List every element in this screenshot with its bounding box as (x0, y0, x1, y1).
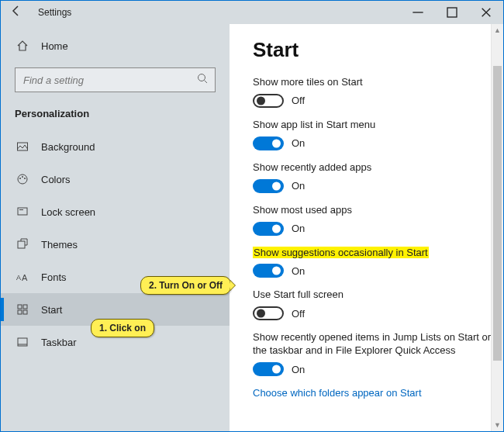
svg-rect-15 (23, 305, 27, 309)
fonts-icon: AA (15, 271, 30, 283)
nav-item-colors[interactable]: Colors (1, 163, 230, 195)
palette-icon (15, 173, 30, 185)
maximize-button[interactable] (435, 1, 469, 24)
nav-item-label: Colors (41, 174, 71, 185)
close-button[interactable] (469, 1, 503, 24)
toggle-state-label: On (292, 180, 305, 192)
app-title: Settings (38, 7, 71, 18)
picture-icon (15, 140, 30, 153)
nav-item-themes[interactable]: Themes (1, 228, 230, 261)
setting-row: Show recently opened items in Jump Lists… (253, 331, 499, 376)
section-label: Personalization (1, 103, 230, 130)
scroll-thumb[interactable] (493, 66, 502, 361)
arrow-left-icon (10, 5, 22, 17)
annotation-step1: 1. Click on (91, 319, 154, 337)
search-box[interactable] (15, 67, 216, 92)
setting-row: Use Start full screenOff (253, 289, 499, 320)
minimize-icon (412, 6, 424, 19)
toggle-state-label: Off (292, 95, 305, 106)
svg-rect-10 (19, 209, 23, 210)
back-button[interactable] (1, 5, 32, 20)
setting-label: Use Start full screen (253, 289, 499, 302)
toggle-state-label: On (292, 137, 305, 149)
nav-home[interactable]: Home (1, 32, 230, 60)
scrollbar[interactable]: ▲ ▼ (491, 24, 503, 431)
nav-item-label: Background (41, 141, 95, 153)
search-icon (196, 72, 210, 88)
setting-row: Show app list in Start menuOn (253, 119, 499, 150)
svg-point-2 (198, 74, 205, 81)
svg-rect-9 (18, 208, 27, 215)
setting-row: Show most used appsOn (253, 204, 499, 236)
setting-row: Show recently added appsOn (253, 161, 499, 193)
search-input[interactable] (22, 74, 196, 87)
close-icon (480, 6, 492, 19)
nav-item-label: Taskbar (41, 337, 77, 348)
annotation-step2: 2. Turn On or Off (140, 276, 231, 295)
maximize-icon (446, 6, 458, 19)
setting-row: Show suggestions occasionally in StartOn (253, 247, 499, 278)
footer-link[interactable]: Choose which folders appear on Start (253, 387, 499, 399)
nav-item-label: Fonts (41, 271, 67, 283)
start-icon (15, 303, 30, 316)
nav-item-background[interactable]: Background (1, 130, 230, 163)
setting-label: Show recently added apps (253, 161, 499, 175)
setting-label: Show recently opened items in Jump Lists… (253, 331, 499, 358)
toggle-switch[interactable] (253, 94, 284, 108)
toggle-switch[interactable] (253, 222, 284, 236)
scroll-down-icon[interactable]: ▼ (492, 419, 503, 431)
home-icon (15, 40, 30, 52)
svg-line-3 (205, 81, 208, 84)
svg-point-6 (19, 178, 21, 179)
nav-item-label: Lock screen (41, 206, 95, 218)
setting-label: Show suggestions occasionally in Start (253, 247, 499, 260)
minimize-button[interactable] (401, 1, 435, 24)
svg-rect-16 (18, 310, 22, 314)
toggle-switch[interactable] (253, 264, 284, 278)
toggle-switch[interactable] (253, 137, 284, 150)
nav-item-label: Start (41, 304, 62, 316)
svg-rect-14 (18, 305, 22, 309)
svg-point-7 (22, 176, 23, 178)
toggle-switch[interactable] (253, 179, 284, 193)
svg-point-5 (18, 175, 27, 184)
toggle-switch[interactable] (253, 306, 284, 320)
themes-icon (15, 238, 30, 251)
nav-item-lock-screen[interactable]: Lock screen (1, 195, 230, 228)
setting-label: Show app list in Start menu (253, 119, 499, 132)
toggle-state-label: On (292, 364, 305, 375)
svg-text:A: A (22, 273, 28, 282)
svg-text:A: A (16, 274, 21, 282)
lock-screen-icon (15, 206, 30, 218)
svg-rect-17 (23, 310, 27, 314)
scroll-up-icon[interactable]: ▲ (492, 24, 503, 36)
sidebar: Home Personalization Background Colors L (1, 24, 230, 431)
svg-rect-11 (18, 241, 25, 248)
taskbar-icon (15, 336, 30, 348)
toggle-state-label: On (292, 223, 305, 234)
setting-label: Show more tiles on Start (253, 76, 499, 89)
toggle-state-label: On (292, 265, 305, 277)
setting-row: Show more tiles on StartOff (253, 76, 499, 108)
svg-rect-1 (447, 8, 457, 17)
titlebar: Settings (1, 1, 503, 24)
page-title: Start (253, 38, 499, 62)
nav-item-label: Themes (41, 239, 78, 251)
toggle-switch[interactable] (253, 362, 284, 376)
nav-home-label: Home (41, 40, 68, 52)
content-pane: Start Show more tiles on StartOffShow ap… (230, 24, 503, 431)
toggle-state-label: Off (292, 308, 305, 320)
svg-point-8 (24, 178, 26, 179)
setting-label: Show most used apps (253, 204, 499, 217)
